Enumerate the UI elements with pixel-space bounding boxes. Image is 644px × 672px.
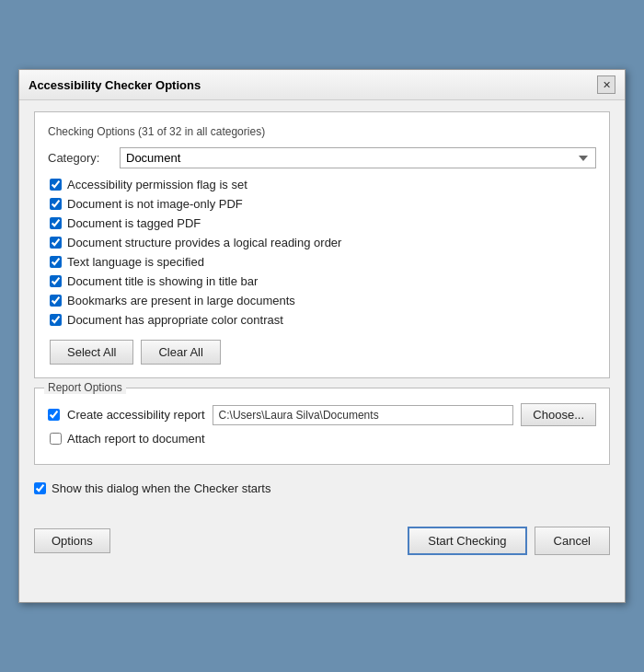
attach-report-row: Attach report to document bbox=[48, 432, 596, 446]
checkbox-label-1: Accessibility permission flag is set bbox=[67, 178, 247, 191]
clear-all-button[interactable]: Clear All bbox=[141, 340, 220, 365]
select-all-button[interactable]: Select All bbox=[50, 340, 133, 365]
footer-left: Options bbox=[34, 528, 110, 553]
checking-options-header: Checking Options (31 of 32 in all catego… bbox=[48, 125, 596, 138]
checkbox-label-7: Bookmarks are present in large documents bbox=[67, 294, 295, 307]
checkbox-item-5: Text language is specified bbox=[48, 255, 596, 269]
checkbox-item-6: Document title is showing in title bar bbox=[48, 274, 596, 288]
dialog-title: Accessibility Checker Options bbox=[29, 78, 201, 92]
report-options-section: Report Options Create accessibility repo… bbox=[34, 388, 610, 465]
checkbox-label-4: Document structure provides a logical re… bbox=[67, 236, 341, 249]
checkbox-attach-report[interactable] bbox=[50, 433, 62, 445]
show-dialog-label: Show this dialog when the Checker starts bbox=[52, 481, 270, 495]
checkbox-label-3: Document is tagged PDF bbox=[67, 216, 201, 230]
selection-buttons-row: Select All Clear All bbox=[48, 340, 596, 365]
start-checking-button[interactable]: Start Checking bbox=[408, 527, 526, 555]
checkbox-label-2: Document is not image-only PDF bbox=[67, 197, 243, 211]
checkbox-item-7: Bookmarks are present in large documents bbox=[48, 294, 596, 307]
options-button[interactable]: Options bbox=[34, 528, 110, 553]
accessibility-checker-dialog: Accessibility Checker Options ✕ Checking… bbox=[18, 69, 626, 603]
checkbox-item-8: Document has appropriate color contrast bbox=[48, 313, 596, 327]
checkbox-not-image-only[interactable] bbox=[50, 198, 62, 210]
checkbox-item-4: Document structure provides a logical re… bbox=[48, 236, 596, 249]
dialog-footer: Options Start Checking Cancel bbox=[19, 517, 625, 568]
checkbox-accessibility-flag[interactable] bbox=[50, 179, 62, 191]
checkbox-create-report[interactable] bbox=[48, 409, 60, 421]
checkbox-tagged-pdf[interactable] bbox=[50, 217, 62, 229]
attach-report-label: Attach report to document bbox=[67, 432, 205, 446]
cancel-button[interactable]: Cancel bbox=[535, 527, 610, 555]
checkbox-label-8: Document has appropriate color contrast bbox=[67, 313, 283, 327]
checkbox-doc-title[interactable] bbox=[50, 275, 62, 287]
create-report-row: Create accessibility report Choose... bbox=[48, 403, 596, 426]
choose-button[interactable]: Choose... bbox=[521, 403, 596, 426]
checkbox-show-dialog[interactable] bbox=[34, 482, 46, 494]
checkbox-item-2: Document is not image-only PDF bbox=[48, 197, 596, 211]
checking-options-section: Checking Options (31 of 32 in all catego… bbox=[34, 111, 610, 378]
footer-right: Start Checking Cancel bbox=[408, 527, 610, 555]
category-label: Category: bbox=[48, 151, 112, 165]
close-button[interactable]: ✕ bbox=[597, 75, 615, 94]
checkbox-label-6: Document title is showing in title bar bbox=[67, 274, 258, 288]
category-select[interactable]: Document Forms Alternate Text Tables Lis… bbox=[120, 147, 596, 168]
checkbox-item-3: Document is tagged PDF bbox=[48, 216, 596, 230]
dialog-body: Checking Options (31 of 32 in all catego… bbox=[19, 100, 625, 517]
checkbox-text-language[interactable] bbox=[50, 256, 62, 268]
checkbox-reading-order[interactable] bbox=[50, 237, 62, 249]
checkbox-color-contrast[interactable] bbox=[50, 314, 62, 326]
checkbox-bookmarks[interactable] bbox=[50, 295, 62, 307]
checkbox-label-5: Text language is specified bbox=[67, 255, 204, 269]
show-dialog-row: Show this dialog when the Checker starts bbox=[34, 474, 610, 503]
report-path-input[interactable] bbox=[213, 405, 514, 425]
title-bar: Accessibility Checker Options ✕ bbox=[19, 70, 625, 100]
category-row: Category: Document Forms Alternate Text … bbox=[48, 147, 596, 168]
create-report-label: Create accessibility report bbox=[67, 408, 205, 422]
report-options-label: Report Options bbox=[44, 381, 126, 394]
checkbox-item-1: Accessibility permission flag is set bbox=[48, 178, 596, 191]
